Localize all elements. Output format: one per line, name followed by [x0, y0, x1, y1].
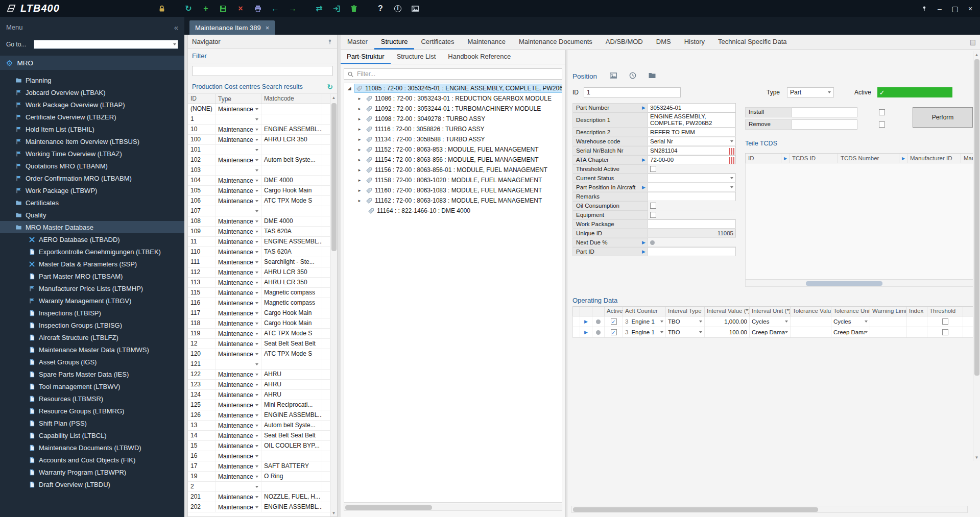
- field-value[interactable]: [648, 238, 736, 247]
- field-arrow-icon[interactable]: ▶: [642, 240, 646, 245]
- cost-centre-type-select[interactable]: Maintenance: [216, 125, 261, 134]
- column-header[interactable]: ID: [746, 154, 781, 163]
- sidebar-collapse-button[interactable]: «: [174, 23, 178, 32]
- active-cell[interactable]: [605, 316, 623, 327]
- expander-icon[interactable]: ▸: [356, 137, 363, 142]
- cost-centre-type-select[interactable]: Maintenance: [216, 155, 261, 165]
- table-row[interactable]: 124MaintenanceAHRU: [188, 390, 337, 400]
- tree-node[interactable]: ▸11156 : 72-00 : 8063-856-01 : MODULE, F…: [344, 165, 562, 175]
- table-row[interactable]: 100MaintenanceAHRU LCR 350: [188, 135, 337, 145]
- export-button[interactable]: [328, 2, 345, 15]
- back-button[interactable]: ←: [267, 2, 284, 15]
- subtab-structure-list[interactable]: Structure List: [391, 50, 442, 64]
- sidebar-item[interactable]: Inspections (LTBISP): [0, 307, 184, 319]
- threshold-checkbox[interactable]: [942, 318, 948, 325]
- sidebar-item[interactable]: Certificate Overview (LTBZER): [0, 111, 184, 123]
- active-indicator[interactable]: [877, 87, 952, 97]
- index-field[interactable]: [907, 327, 927, 337]
- column-header[interactable]: Warning Limit: [870, 307, 907, 316]
- cost-centre-type-select[interactable]: Maintenance: [216, 339, 261, 349]
- table-row[interactable]: 115MaintenanceMagnetic compass: [188, 288, 337, 298]
- table-row[interactable]: 201MaintenanceNOZZLE, FUEL, H...: [188, 492, 337, 502]
- history-button[interactable]: [629, 71, 637, 81]
- results-section-header[interactable]: Production Cost centres Search results ↻: [188, 80, 337, 94]
- table-row[interactable]: 102MaintenanceAutom belt Syste...: [188, 155, 337, 165]
- print-button[interactable]: [249, 2, 267, 15]
- table-row[interactable]: 12MaintenanceSeat Belt Seat Belt: [188, 339, 337, 349]
- position-type-select[interactable]: Part: [787, 87, 834, 97]
- column-header[interactable]: Interval Value (*): [705, 307, 750, 316]
- acft-counter-select[interactable]: 3Engine 1: [623, 327, 666, 337]
- table-row[interactable]: 107: [188, 206, 337, 216]
- interval-value-field[interactable]: 100.00: [705, 327, 750, 337]
- cost-centre-type-select[interactable]: Maintenance: [216, 349, 261, 359]
- field-arrow-icon[interactable]: ▶: [642, 249, 646, 254]
- cost-centre-type-select[interactable]: Maintenance: [216, 257, 261, 267]
- expander-icon[interactable]: ▸: [356, 167, 363, 173]
- table-row[interactable]: 10MaintenanceENGINE ASSEMBL...: [188, 125, 337, 135]
- threshold-cell[interactable]: [927, 327, 963, 337]
- field-value[interactable]: SN281104: [648, 146, 736, 155]
- cost-centre-type-select[interactable]: Maintenance: [216, 380, 261, 389]
- column-header[interactable]: Acft Counter: [623, 307, 666, 316]
- tree-node[interactable]: ▸11116 : 72-00 : 3058826 : TURBO ASSY: [344, 124, 562, 134]
- table-row[interactable]: 101: [188, 145, 337, 155]
- table-row[interactable]: 17MaintenanceSAFT BATTERY: [188, 461, 337, 472]
- active-checkbox[interactable]: [611, 318, 617, 325]
- tab-dms[interactable]: DMS: [650, 35, 678, 50]
- column-header[interactable]: TCDS Number: [838, 154, 899, 163]
- delete-button[interactable]: ×: [232, 2, 249, 15]
- position-id-field[interactable]: 1: [584, 87, 681, 97]
- cost-centre-type-select[interactable]: Maintenance: [216, 461, 261, 471]
- table-row[interactable]: 19MaintenanceO Ring: [188, 472, 337, 482]
- forward-button[interactable]: →: [284, 2, 301, 15]
- save-button[interactable]: [214, 2, 232, 15]
- expander-icon[interactable]: ▸: [356, 96, 363, 101]
- cost-centre-type-select[interactable]: Maintenance: [216, 278, 261, 287]
- table-row[interactable]: 123MaintenanceAHRU: [188, 380, 337, 390]
- cost-centre-type-select[interactable]: Maintenance: [216, 186, 261, 195]
- table-row[interactable]: 117MaintenanceCargo Hook Main: [188, 308, 337, 318]
- cost-centre-type-select[interactable]: Maintenance: [216, 267, 261, 277]
- sidebar-item[interactable]: MRO Master Database: [0, 221, 184, 233]
- table-row[interactable]: 120MaintenanceATC TPX Mode S: [188, 349, 337, 359]
- field-value[interactable]: [648, 210, 736, 219]
- column-header[interactable]: Tolerance Value: [791, 307, 831, 316]
- install-checkbox[interactable]: [879, 109, 885, 115]
- tab-maintenance-documents[interactable]: Maintenance Documents: [512, 35, 599, 50]
- sidebar-item[interactable]: Accounts and Cost Objects (FIK): [0, 454, 184, 466]
- field-value[interactable]: REFER TO EMM: [648, 128, 736, 136]
- tolerance-unit-select[interactable]: Creep Damage: [831, 327, 870, 337]
- sidebar-item[interactable]: Manufacturer Price Lists (LTBMHP): [0, 282, 184, 294]
- tree-node[interactable]: ▸11098 : 72-00 : 3049278 : TURBO ASSY: [344, 114, 562, 124]
- tab-ad-sb-mod[interactable]: AD/SB/MOD: [599, 35, 650, 50]
- field-checkbox[interactable]: [650, 212, 656, 218]
- field-value[interactable]: [648, 164, 736, 173]
- tab-technical-specific-data[interactable]: Technical Specific Data: [711, 35, 793, 50]
- sidebar-item[interactable]: Maintenance Master Data (LTBMWS): [0, 343, 184, 356]
- tree-node[interactable]: ▸11154 : 72-00 : 8063-856 : MODULE, FUEL…: [344, 155, 562, 165]
- perform-button[interactable]: Perform: [913, 107, 973, 128]
- warning-limit-field[interactable]: [870, 327, 907, 337]
- position-horizontal-scrollbar[interactable]: [571, 506, 968, 513]
- row-selector[interactable]: [573, 316, 580, 327]
- close-icon[interactable]: ×: [266, 24, 270, 32]
- structure-filter-input[interactable]: Filter...: [344, 68, 562, 80]
- cost-centre-type-select[interactable]: Maintenance: [216, 410, 261, 420]
- index-field[interactable]: [907, 316, 927, 327]
- column-header[interactable]: TCDS ID: [790, 154, 838, 163]
- table-row[interactable]: 14MaintenanceSeat Belt Seat Belt: [188, 431, 337, 441]
- sidebar-item[interactable]: Certificates: [0, 196, 184, 209]
- trash-button[interactable]: [345, 2, 363, 15]
- table-row[interactable]: 111MaintenanceSearchlight - Ste...: [188, 257, 337, 267]
- sidebar-item[interactable]: Hold Item List (LTBHIL): [0, 123, 184, 135]
- sidebar-item[interactable]: Maintenance Documents (LTBWD): [0, 441, 184, 454]
- field-checkbox[interactable]: [650, 166, 656, 172]
- expander-icon[interactable]: ▶: [580, 316, 592, 327]
- warning-limit-field[interactable]: [870, 316, 907, 327]
- sidebar-item[interactable]: Asset Groups (IGS): [0, 356, 184, 368]
- operating-data-row[interactable]: ▶3Engine 1TBO100.00Creep DamageCreep Dam…: [572, 327, 980, 338]
- expander-icon[interactable]: ▸: [356, 106, 363, 111]
- table-row[interactable]: 11MaintenanceENGINE ASSEMBL...: [188, 237, 337, 247]
- sidebar-item[interactable]: Maintenance Item Overview (LTBSUS): [0, 135, 184, 147]
